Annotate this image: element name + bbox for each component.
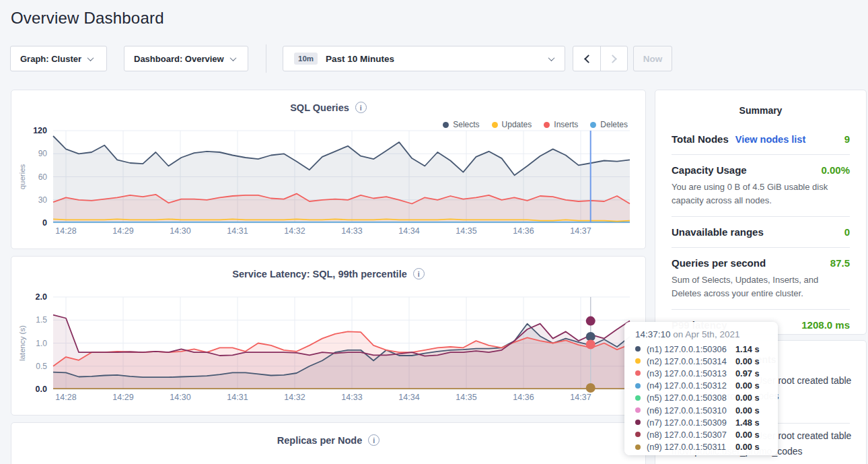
time-back-button[interactable]	[573, 46, 600, 71]
tooltip-date: on Apr 5th, 2021	[673, 329, 739, 339]
svg-text:latency (s): latency (s)	[18, 325, 26, 361]
p99-latency-value: 1208.0 ms	[801, 319, 850, 331]
graph-dropdown[interactable]: Graph: Cluster	[10, 46, 107, 71]
capacity-row: Capacity Usage 0.00%	[672, 164, 850, 176]
node-color-dot-icon	[635, 370, 641, 376]
time-forward-button[interactable]	[600, 46, 627, 71]
tooltip-node-address: (n9) 127.0.0.1:50311	[647, 442, 735, 452]
total-nodes-label: Total Nodes	[672, 133, 729, 145]
tooltip-node-value: 0.00 s	[735, 393, 760, 403]
node-color-dot-icon	[635, 346, 641, 352]
chevron-down-icon	[87, 55, 94, 61]
tooltip-node-address: (n7) 127.0.0.1:50309	[647, 418, 735, 428]
time-range-badge: 10m	[294, 53, 318, 65]
svg-text:14:35: 14:35	[456, 226, 476, 236]
replicas-per-node-panel: Replicas per Node i	[11, 422, 646, 464]
svg-text:0: 0	[42, 218, 47, 228]
tooltip-node-address: (n6) 127.0.0.1:50310	[647, 405, 735, 416]
tooltip-node-value: 1.48 s	[735, 418, 760, 428]
unavailable-ranges-label: Unavailable ranges	[672, 226, 764, 238]
svg-text:14:35: 14:35	[456, 393, 476, 402]
svg-text:14:33: 14:33	[341, 393, 362, 402]
svg-text:1.5: 1.5	[36, 315, 47, 325]
svg-text:14:36: 14:36	[513, 226, 534, 236]
service-latency-title: Service Latency: SQL, 99th percentile	[232, 269, 407, 279]
dashboard-dropdown[interactable]: Dashboard: Overview	[124, 46, 248, 71]
tooltip-node-value: 1.14 s	[735, 344, 760, 354]
time-pager	[573, 46, 628, 71]
svg-text:14:32: 14:32	[284, 393, 305, 402]
tooltip-timestamp: 14:37:10 on Apr 5th, 2021	[635, 329, 768, 339]
total-nodes-value: 9	[844, 133, 850, 145]
chevron-right-icon	[608, 55, 617, 63]
qps-label: Queries per second	[672, 257, 766, 269]
svg-text:14:32: 14:32	[284, 226, 305, 236]
tooltip-row: (n3) 127.0.0.1:503130.97 s	[635, 367, 768, 379]
tooltip-row: (n6) 127.0.0.1:503100.00 s	[635, 404, 768, 416]
total-nodes-row: Total Nodes View nodes list 9	[672, 133, 850, 145]
divider	[672, 309, 850, 310]
node-color-dot-icon	[635, 444, 641, 450]
svg-text:14:30: 14:30	[170, 226, 190, 236]
service-latency-panel: Service Latency: SQL, 99th percentile i …	[11, 256, 646, 416]
tooltip-node-value: 0.00 s	[735, 356, 760, 366]
unavailable-ranges-row: Unavailable ranges 0	[672, 226, 850, 238]
node-color-dot-icon	[635, 358, 641, 364]
svg-text:14:30: 14:30	[170, 393, 190, 402]
svg-text:14:28: 14:28	[55, 226, 76, 236]
tooltip-node-value: 0.00 s	[735, 442, 760, 452]
svg-text:2.0: 2.0	[36, 292, 47, 302]
sql-queries-panel: SQL Queries i SelectsUpdatesInsertsDelet…	[11, 90, 646, 249]
svg-text:90: 90	[38, 149, 48, 158]
svg-text:60: 60	[38, 172, 48, 182]
svg-text:14:34: 14:34	[398, 226, 419, 236]
now-button[interactable]: Now	[633, 46, 672, 71]
tooltip-node-value: 0.00 s	[735, 380, 760, 391]
node-color-dot-icon	[635, 420, 641, 425]
view-nodes-list-link[interactable]: View nodes list	[735, 134, 806, 145]
svg-text:0.0: 0.0	[36, 385, 47, 394]
chevron-left-icon	[584, 55, 593, 63]
service-latency-chart[interactable]: 14:2814:2914:3014:3114:3214:3314:3414:35…	[11, 290, 645, 414]
svg-text:14:33: 14:33	[341, 226, 362, 236]
svg-text:30: 30	[38, 195, 48, 205]
tooltip-rows: (n1) 127.0.0.1:503061.14 s(n2) 127.0.0.1…	[635, 343, 768, 453]
tooltip-node-value: 0.00 s	[735, 430, 760, 440]
svg-text:120: 120	[33, 126, 47, 135]
tooltip-node-value: 0.00 s	[735, 405, 760, 416]
divider	[672, 154, 850, 155]
toolbar-divider	[266, 44, 266, 73]
svg-text:14:34: 14:34	[398, 393, 419, 402]
tooltip-node-address: (n8) 127.0.0.1:50307	[647, 430, 735, 440]
tooltip-row: (n9) 127.0.0.1:503110.00 s	[635, 441, 768, 453]
tooltip-row: (n1) 127.0.0.1:503061.14 s	[635, 343, 768, 355]
info-icon[interactable]: i	[368, 434, 379, 446]
svg-text:0.5: 0.5	[36, 362, 47, 371]
capacity-label: Capacity Usage	[672, 164, 747, 176]
svg-text:14:31: 14:31	[227, 226, 248, 236]
tooltip-row: (n8) 127.0.0.1:503070.00 s	[635, 428, 768, 440]
info-icon[interactable]: i	[413, 268, 425, 279]
tooltip-node-address: (n5) 127.0.0.1:50308	[647, 393, 735, 403]
svg-text:1.0: 1.0	[36, 339, 47, 348]
capacity-description: You are using 0 B of 4.5 GiB usable disk…	[672, 180, 850, 207]
node-color-dot-icon	[635, 395, 641, 401]
tooltip-node-address: (n4) 127.0.0.1:50312	[647, 380, 735, 391]
chevron-down-icon	[229, 55, 236, 61]
info-icon[interactable]: i	[355, 102, 367, 113]
time-range-dropdown[interactable]: 10m Past 10 Minutes	[283, 46, 565, 71]
sql-queries-chart[interactable]: 14:2814:2914:3014:3114:3214:3314:3414:35…	[11, 124, 645, 248]
qps-row: Queries per second 87.5	[672, 257, 850, 269]
tooltip-row: (n4) 127.0.0.1:503120.00 s	[635, 380, 768, 392]
replicas-per-node-title: Replicas per Node	[277, 435, 363, 446]
divider	[672, 247, 850, 248]
svg-text:14:31: 14:31	[227, 393, 248, 402]
divider	[672, 216, 850, 217]
svg-text:14:36: 14:36	[513, 393, 534, 402]
svg-text:queries: queries	[18, 164, 26, 189]
tooltip-row: (n5) 127.0.0.1:503080.00 s	[635, 392, 768, 404]
tooltip-row: (n7) 127.0.0.1:503091.48 s	[635, 416, 768, 428]
tooltip-row: (n2) 127.0.0.1:503140.00 s	[635, 355, 768, 367]
tooltip-node-value: 0.97 s	[735, 368, 760, 378]
svg-text:14:29: 14:29	[112, 393, 133, 402]
